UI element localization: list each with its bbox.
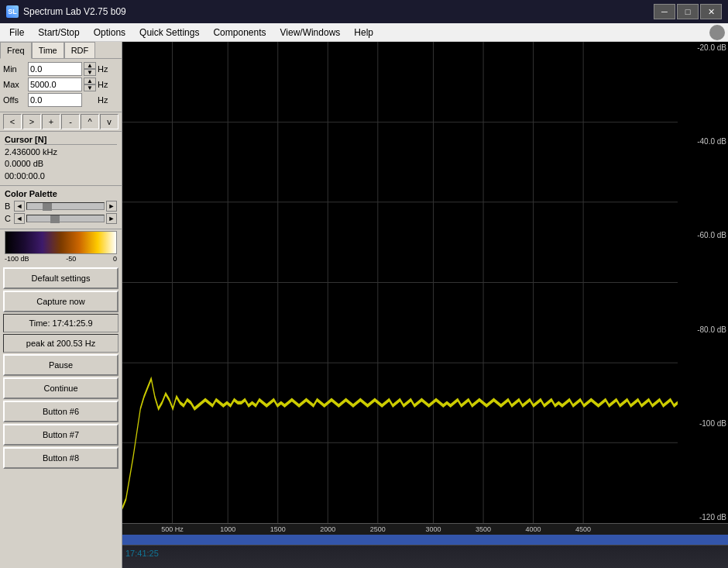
left-panel: Freq Time RDF Min ▲ ▼ Hz Max ▲ ▼ [0,42,122,568]
window-title: Spectrum Lab V2.75 b09 [23,6,126,17]
cursor-title: Cursor [N] [5,135,117,145]
min-down[interactable]: ▼ [84,69,96,76]
waterfall-area: 17:41:25 [122,545,728,568]
palette-c-label: C [5,214,12,223]
offs-unit: Hz [98,95,108,105]
palette-title: Color Palette [5,189,117,198]
spectrum-waveform-svg [122,42,678,523]
button8[interactable]: Button #8 [3,447,118,469]
tab-rdf[interactable]: RDF [64,42,96,58]
main-layout: Freq Time RDF Min ▲ ▼ Hz Max ▲ ▼ [0,42,728,568]
palette-b-label: B [5,201,12,211]
tab-row: Freq Time RDF [0,42,122,59]
action-buttons: Default settings Capture now Time: 17:41… [0,264,122,568]
db-label-5: -100 dB [679,419,726,428]
db-label-2: -40.0 dB [679,137,726,146]
palette-c-right[interactable]: ► [106,213,117,224]
status-indicator [709,25,725,40]
max-input[interactable] [28,77,82,91]
nav-up[interactable]: ^ [81,114,99,129]
max-unit: Hz [98,80,108,89]
max-down[interactable]: ▼ [84,84,96,91]
db-label-4: -80.0 dB [679,325,726,334]
freq-tick-7: 3500 [476,525,491,533]
menu-file[interactable]: File [3,24,30,41]
offs-control-row: Offs Hz [3,93,118,107]
db-label-6: -120 dB [679,513,726,522]
cursor-time: 00:00:00.0 [5,170,117,182]
color-gradient-bar [5,231,117,254]
db-labels: -20.0 dB -40.0 dB -60.0 dB -80.0 dB -100… [678,42,728,523]
time-display: Time: 17:41:25.9 [3,314,118,332]
nav-plus[interactable]: + [42,114,60,129]
min-label: Min [3,64,26,74]
offs-label: Offs [3,95,26,105]
tab-freq[interactable]: Freq [0,42,32,59]
freq-axis: 500 Hz 1000 1500 2000 2500 3000 3500 400… [122,523,728,545]
nav-down[interactable]: v [100,114,118,129]
freq-tick-6: 3000 [426,525,441,533]
color-bar-max: 0 [113,255,117,263]
palette-c-left[interactable]: ◄ [14,213,25,224]
db-label-3: -60.0 dB [679,231,726,239]
freq-controls: Min ▲ ▼ Hz Max ▲ ▼ Hz Offs Hz [0,59,122,112]
color-palette-section: Color Palette B ◄ ► C ◄ ► [0,186,122,229]
menu-help[interactable]: Help [348,24,379,41]
palette-c-thumb [50,215,60,223]
min-spin: ▲ ▼ [84,62,96,76]
palette-c-row: C ◄ ► [5,213,117,224]
color-bar-ruler: -100 dB -50 0 [5,255,117,263]
pause-button[interactable]: Pause [3,354,118,376]
palette-b-left[interactable]: ◄ [14,201,25,212]
cursor-info: Cursor [N] 2.436000 kHz 0.0000 dB 00:00:… [0,132,122,186]
button7[interactable]: Button #7 [3,424,118,446]
palette-b-right[interactable]: ► [106,201,117,212]
freq-tick-3: 1500 [270,525,286,533]
freq-tick-2: 1000 [220,525,235,533]
nav-minus[interactable]: - [61,114,80,129]
menu-quicksettings[interactable]: Quick Settings [133,24,205,41]
color-bar-container: -100 dB -50 0 [0,229,122,264]
default-settings-button[interactable]: Default settings [3,267,118,289]
max-up[interactable]: ▲ [84,77,96,84]
palette-b-thumb [43,203,52,211]
nav-buttons: < > + - ^ v [0,112,122,132]
capture-now-button[interactable]: Capture now [3,291,118,312]
app-icon: SL [6,5,19,18]
palette-c-track[interactable] [26,215,105,222]
maximize-button[interactable]: □ [677,4,699,19]
menu-viewwindows[interactable]: View/Windows [274,24,347,41]
min-unit: Hz [98,64,108,74]
cursor-db: 0.0000 dB [5,158,117,170]
continue-button[interactable]: Continue [3,377,118,399]
freq-tick-8: 4000 [526,525,541,533]
menu-components[interactable]: Components [207,24,272,41]
right-panel: -20.0 dB -40.0 dB -60.0 dB -80.0 dB -100… [122,42,728,568]
ruler-bar [122,535,728,546]
min-up[interactable]: ▲ [84,62,96,69]
close-button[interactable]: ✕ [700,4,722,19]
max-spin: ▲ ▼ [84,77,96,91]
peak-display: peak at 200.53 Hz [3,334,118,353]
menu-bar: File Start/Stop Options Quick Settings C… [0,23,728,42]
max-control-row: Max ▲ ▼ Hz [3,77,118,91]
tab-time[interactable]: Time [32,42,64,58]
nav-right[interactable]: > [22,114,41,129]
palette-b-row: B ◄ ► [5,201,117,212]
min-input[interactable] [28,62,82,76]
color-bar-min: -100 dB [5,255,29,263]
title-bar: SL Spectrum Lab V2.75 b09 ─ □ ✕ [0,0,728,23]
offs-input[interactable] [28,93,82,107]
db-label-1: -20.0 dB [679,43,726,52]
freq-tick-5: 2500 [370,525,386,533]
button6[interactable]: Button #6 [3,401,118,422]
window-controls: ─ □ ✕ [654,4,722,19]
color-bar-mid: -50 [66,255,76,263]
nav-left[interactable]: < [3,114,22,129]
palette-b-track[interactable] [26,202,105,210]
spectrum-area[interactable]: -20.0 dB -40.0 dB -60.0 dB -80.0 dB -100… [122,42,728,523]
menu-options[interactable]: Options [88,24,132,41]
minimize-button[interactable]: ─ [654,4,675,19]
menu-startstop[interactable]: Start/Stop [32,24,85,41]
freq-tick-4: 2000 [320,525,335,533]
